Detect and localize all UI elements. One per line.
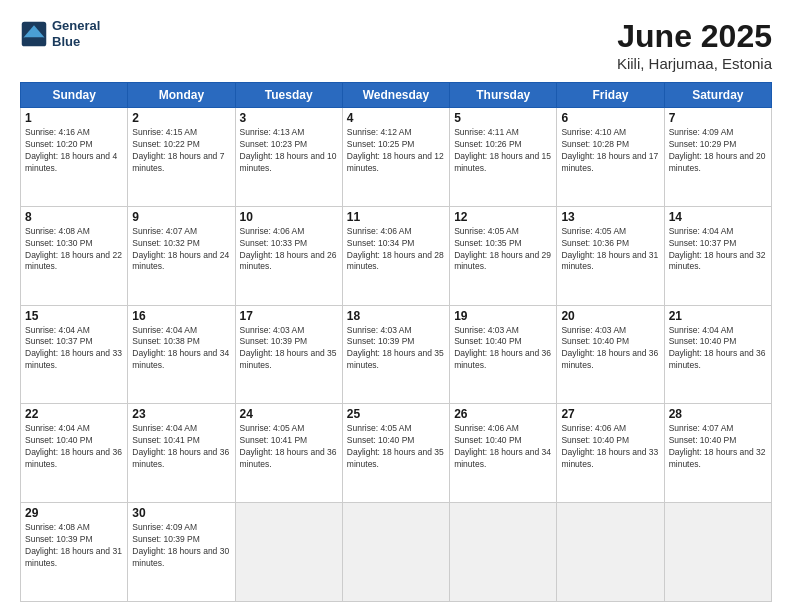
day-number: 5 <box>454 111 552 125</box>
day-info: Sunrise: 4:16 AMSunset: 10:20 PMDaylight… <box>25 127 123 175</box>
table-row: 10Sunrise: 4:06 AMSunset: 10:33 PMDaylig… <box>235 206 342 305</box>
table-row: 23Sunrise: 4:04 AMSunset: 10:41 PMDaylig… <box>128 404 235 503</box>
table-row: 28Sunrise: 4:07 AMSunset: 10:40 PMDaylig… <box>664 404 771 503</box>
header-saturday: Saturday <box>664 83 771 108</box>
day-info: Sunrise: 4:04 AMSunset: 10:37 PMDaylight… <box>25 325 123 373</box>
header-wednesday: Wednesday <box>342 83 449 108</box>
page: General Blue June 2025 Kiili, Harjumaa, … <box>0 0 792 612</box>
day-info: Sunrise: 4:09 AMSunset: 10:39 PMDaylight… <box>132 522 230 570</box>
table-row: 12Sunrise: 4:05 AMSunset: 10:35 PMDaylig… <box>450 206 557 305</box>
day-info: Sunrise: 4:03 AMSunset: 10:39 PMDaylight… <box>240 325 338 373</box>
table-row: 19Sunrise: 4:03 AMSunset: 10:40 PMDaylig… <box>450 305 557 404</box>
calendar-header-row: Sunday Monday Tuesday Wednesday Thursday… <box>21 83 772 108</box>
title-block: June 2025 Kiili, Harjumaa, Estonia <box>617 18 772 72</box>
day-number: 25 <box>347 407 445 421</box>
week-row-2: 8Sunrise: 4:08 AMSunset: 10:30 PMDayligh… <box>21 206 772 305</box>
svg-rect-2 <box>24 37 45 44</box>
day-number: 28 <box>669 407 767 421</box>
header-friday: Friday <box>557 83 664 108</box>
day-number: 10 <box>240 210 338 224</box>
day-info: Sunrise: 4:05 AMSunset: 10:40 PMDaylight… <box>347 423 445 471</box>
day-info: Sunrise: 4:06 AMSunset: 10:34 PMDaylight… <box>347 226 445 274</box>
day-info: Sunrise: 4:08 AMSunset: 10:39 PMDaylight… <box>25 522 123 570</box>
day-info: Sunrise: 4:04 AMSunset: 10:38 PMDaylight… <box>132 325 230 373</box>
day-number: 17 <box>240 309 338 323</box>
table-row: 22Sunrise: 4:04 AMSunset: 10:40 PMDaylig… <box>21 404 128 503</box>
table-row: 8Sunrise: 4:08 AMSunset: 10:30 PMDayligh… <box>21 206 128 305</box>
calendar-table: Sunday Monday Tuesday Wednesday Thursday… <box>20 82 772 602</box>
day-number: 24 <box>240 407 338 421</box>
day-number: 16 <box>132 309 230 323</box>
table-row: 17Sunrise: 4:03 AMSunset: 10:39 PMDaylig… <box>235 305 342 404</box>
day-number: 13 <box>561 210 659 224</box>
table-row: 30Sunrise: 4:09 AMSunset: 10:39 PMDaylig… <box>128 503 235 602</box>
day-info: Sunrise: 4:13 AMSunset: 10:23 PMDaylight… <box>240 127 338 175</box>
table-row: 4Sunrise: 4:12 AMSunset: 10:25 PMDayligh… <box>342 108 449 207</box>
day-info: Sunrise: 4:06 AMSunset: 10:40 PMDaylight… <box>454 423 552 471</box>
day-number: 2 <box>132 111 230 125</box>
day-info: Sunrise: 4:10 AMSunset: 10:28 PMDaylight… <box>561 127 659 175</box>
day-number: 27 <box>561 407 659 421</box>
table-row: 20Sunrise: 4:03 AMSunset: 10:40 PMDaylig… <box>557 305 664 404</box>
day-info: Sunrise: 4:15 AMSunset: 10:22 PMDaylight… <box>132 127 230 175</box>
calendar-subtitle: Kiili, Harjumaa, Estonia <box>617 55 772 72</box>
day-number: 23 <box>132 407 230 421</box>
day-info: Sunrise: 4:05 AMSunset: 10:36 PMDaylight… <box>561 226 659 274</box>
logo: General Blue <box>20 18 100 49</box>
table-row: 18Sunrise: 4:03 AMSunset: 10:39 PMDaylig… <box>342 305 449 404</box>
day-number: 14 <box>669 210 767 224</box>
day-info: Sunrise: 4:04 AMSunset: 10:40 PMDaylight… <box>25 423 123 471</box>
day-number: 22 <box>25 407 123 421</box>
table-row <box>235 503 342 602</box>
day-number: 6 <box>561 111 659 125</box>
day-info: Sunrise: 4:04 AMSunset: 10:41 PMDaylight… <box>132 423 230 471</box>
day-info: Sunrise: 4:06 AMSunset: 10:40 PMDaylight… <box>561 423 659 471</box>
day-number: 29 <box>25 506 123 520</box>
day-info: Sunrise: 4:03 AMSunset: 10:40 PMDaylight… <box>454 325 552 373</box>
logo-text: General Blue <box>52 18 100 49</box>
day-info: Sunrise: 4:11 AMSunset: 10:26 PMDaylight… <box>454 127 552 175</box>
day-info: Sunrise: 4:12 AMSunset: 10:25 PMDaylight… <box>347 127 445 175</box>
day-number: 26 <box>454 407 552 421</box>
day-number: 1 <box>25 111 123 125</box>
day-info: Sunrise: 4:05 AMSunset: 10:41 PMDaylight… <box>240 423 338 471</box>
day-number: 4 <box>347 111 445 125</box>
table-row: 14Sunrise: 4:04 AMSunset: 10:37 PMDaylig… <box>664 206 771 305</box>
week-row-3: 15Sunrise: 4:04 AMSunset: 10:37 PMDaylig… <box>21 305 772 404</box>
table-row: 27Sunrise: 4:06 AMSunset: 10:40 PMDaylig… <box>557 404 664 503</box>
table-row <box>342 503 449 602</box>
day-number: 15 <box>25 309 123 323</box>
table-row: 25Sunrise: 4:05 AMSunset: 10:40 PMDaylig… <box>342 404 449 503</box>
day-number: 20 <box>561 309 659 323</box>
header-monday: Monday <box>128 83 235 108</box>
header-tuesday: Tuesday <box>235 83 342 108</box>
table-row: 11Sunrise: 4:06 AMSunset: 10:34 PMDaylig… <box>342 206 449 305</box>
header: General Blue June 2025 Kiili, Harjumaa, … <box>20 18 772 72</box>
day-info: Sunrise: 4:03 AMSunset: 10:40 PMDaylight… <box>561 325 659 373</box>
table-row: 2Sunrise: 4:15 AMSunset: 10:22 PMDayligh… <box>128 108 235 207</box>
day-number: 21 <box>669 309 767 323</box>
day-number: 9 <box>132 210 230 224</box>
table-row: 21Sunrise: 4:04 AMSunset: 10:40 PMDaylig… <box>664 305 771 404</box>
table-row: 7Sunrise: 4:09 AMSunset: 10:29 PMDayligh… <box>664 108 771 207</box>
table-row: 15Sunrise: 4:04 AMSunset: 10:37 PMDaylig… <box>21 305 128 404</box>
table-row <box>557 503 664 602</box>
table-row: 29Sunrise: 4:08 AMSunset: 10:39 PMDaylig… <box>21 503 128 602</box>
logo-line1: General <box>52 18 100 34</box>
day-info: Sunrise: 4:07 AMSunset: 10:40 PMDaylight… <box>669 423 767 471</box>
day-info: Sunrise: 4:06 AMSunset: 10:33 PMDaylight… <box>240 226 338 274</box>
day-number: 12 <box>454 210 552 224</box>
day-info: Sunrise: 4:09 AMSunset: 10:29 PMDaylight… <box>669 127 767 175</box>
week-row-5: 29Sunrise: 4:08 AMSunset: 10:39 PMDaylig… <box>21 503 772 602</box>
week-row-1: 1Sunrise: 4:16 AMSunset: 10:20 PMDayligh… <box>21 108 772 207</box>
day-number: 18 <box>347 309 445 323</box>
day-info: Sunrise: 4:05 AMSunset: 10:35 PMDaylight… <box>454 226 552 274</box>
table-row: 3Sunrise: 4:13 AMSunset: 10:23 PMDayligh… <box>235 108 342 207</box>
day-number: 19 <box>454 309 552 323</box>
day-info: Sunrise: 4:07 AMSunset: 10:32 PMDaylight… <box>132 226 230 274</box>
table-row <box>664 503 771 602</box>
logo-icon <box>20 20 48 48</box>
day-number: 8 <box>25 210 123 224</box>
day-number: 30 <box>132 506 230 520</box>
table-row <box>450 503 557 602</box>
